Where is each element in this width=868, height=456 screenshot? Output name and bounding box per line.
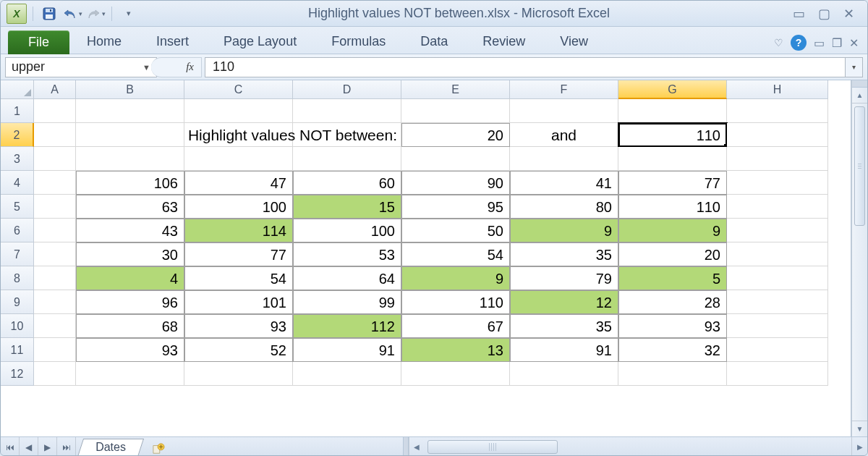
cell-F1[interactable] xyxy=(510,99,618,123)
cell-G9[interactable]: 28 xyxy=(618,290,727,314)
row-header-1[interactable]: 1 xyxy=(1,99,34,123)
cell-B10[interactable]: 68 xyxy=(76,314,184,338)
cell-G4[interactable]: 77 xyxy=(618,171,727,195)
row-header-7[interactable]: 7 xyxy=(1,242,34,266)
tab-formulas[interactable]: Formulas xyxy=(314,30,403,54)
cell-F2[interactable]: and xyxy=(510,123,618,147)
scroll-right-button[interactable]: ▶ xyxy=(851,437,867,456)
cell-A2[interactable] xyxy=(34,123,76,147)
cell-C6[interactable]: 114 xyxy=(184,219,293,242)
cell-E12[interactable] xyxy=(401,362,510,386)
workbook-minimize[interactable]: ▭ xyxy=(814,36,825,50)
row-header-11[interactable]: 11 xyxy=(1,338,34,362)
cell-C3[interactable] xyxy=(184,147,293,171)
cell-F11[interactable]: 91 xyxy=(510,338,618,362)
select-all-corner[interactable] xyxy=(1,80,34,99)
cell-B9[interactable]: 96 xyxy=(76,290,184,314)
cell-H12[interactable] xyxy=(727,362,828,386)
tab-home[interactable]: Home xyxy=(69,30,139,54)
tab-page-layout[interactable]: Page Layout xyxy=(206,30,314,54)
column-header-B[interactable]: B xyxy=(76,80,184,99)
cell-E7[interactable]: 54 xyxy=(401,242,510,266)
cell-G6[interactable]: 9 xyxy=(618,219,727,242)
hscroll-thumb[interactable] xyxy=(427,440,558,454)
row-header-8[interactable]: 8 xyxy=(1,266,34,290)
cell-G11[interactable]: 32 xyxy=(618,338,727,362)
cell-B5[interactable]: 63 xyxy=(76,195,184,219)
tab-view[interactable]: View xyxy=(542,30,605,54)
insert-function-button[interactable]: fx xyxy=(151,57,202,77)
ribbon-customize-icon[interactable]: ♡ xyxy=(774,37,783,48)
cell-H7[interactable] xyxy=(727,242,828,266)
split-handle-top[interactable] xyxy=(852,80,867,88)
cell-F12[interactable] xyxy=(510,362,618,386)
undo-button[interactable]: ▾ xyxy=(62,5,82,22)
scroll-left-button[interactable]: ◀ xyxy=(409,437,425,456)
cell-G7[interactable]: 20 xyxy=(618,242,727,266)
cell-A7[interactable] xyxy=(34,242,76,266)
cell-A4[interactable] xyxy=(34,171,76,195)
cell-D6[interactable]: 100 xyxy=(293,219,401,242)
cell-G12[interactable] xyxy=(618,362,727,386)
cell-E5[interactable]: 95 xyxy=(401,195,510,219)
cell-E4[interactable]: 90 xyxy=(401,171,510,195)
cell-C11[interactable]: 52 xyxy=(184,338,293,362)
cell-H1[interactable] xyxy=(727,99,828,123)
cell-D5[interactable]: 15 xyxy=(293,195,401,219)
row-header-12[interactable]: 12 xyxy=(1,362,34,386)
cell-H9[interactable] xyxy=(727,290,828,314)
cell-G8[interactable]: 5 xyxy=(618,266,727,290)
tab-data[interactable]: Data xyxy=(403,30,465,54)
cell-C9[interactable]: 101 xyxy=(184,290,293,314)
cell-H2[interactable] xyxy=(727,123,828,147)
cell-D7[interactable]: 53 xyxy=(293,242,401,266)
tab-insert[interactable]: Insert xyxy=(139,30,206,54)
column-header-C[interactable]: C xyxy=(184,80,293,99)
new-sheet-button[interactable] xyxy=(145,440,171,456)
maximize-button[interactable]: ▢ xyxy=(818,6,830,22)
row-header-10[interactable]: 10 xyxy=(1,314,34,338)
hscroll-split-handle[interactable] xyxy=(403,437,409,456)
scroll-down-button[interactable]: ▼ xyxy=(852,421,867,436)
cell-H4[interactable] xyxy=(727,171,828,195)
cell-F6[interactable]: 9 xyxy=(510,219,618,242)
cell-E3[interactable] xyxy=(401,147,510,171)
cell-C12[interactable] xyxy=(184,362,293,386)
cell-D11[interactable]: 91 xyxy=(293,338,401,362)
sheet-tab-active[interactable]: Dates xyxy=(77,439,144,456)
app-icon[interactable]: X xyxy=(7,5,27,22)
cell-D4[interactable]: 60 xyxy=(293,171,401,195)
cell-C7[interactable]: 77 xyxy=(184,242,293,266)
cell-D9[interactable]: 99 xyxy=(293,290,401,314)
formula-bar-expand[interactable]: ▾ xyxy=(846,57,863,77)
redo-button[interactable]: ▾ xyxy=(85,5,106,22)
cell-E6[interactable]: 50 xyxy=(401,219,510,242)
cell-E2[interactable]: 20 xyxy=(401,123,510,147)
horizontal-scrollbar[interactable]: ◀ ▶ xyxy=(409,437,867,456)
cell-C4[interactable]: 47 xyxy=(184,171,293,195)
cell-C5[interactable]: 100 xyxy=(184,195,293,219)
cell-C2[interactable] xyxy=(184,123,293,147)
cell-A9[interactable] xyxy=(34,290,76,314)
cell-B12[interactable] xyxy=(76,362,184,386)
row-header-5[interactable]: 5 xyxy=(1,195,34,219)
cell-A3[interactable] xyxy=(34,147,76,171)
cell-A10[interactable] xyxy=(34,314,76,338)
row-header-4[interactable]: 4 xyxy=(1,171,34,195)
sheet-nav-next[interactable]: ▶ xyxy=(38,437,57,456)
vscroll-track[interactable] xyxy=(852,104,867,421)
cell-F8[interactable]: 79 xyxy=(510,266,618,290)
cell-B4[interactable]: 106 xyxy=(76,171,184,195)
cell-B6[interactable]: 43 xyxy=(76,219,184,242)
scroll-up-button[interactable]: ▲ xyxy=(852,88,867,104)
tab-review[interactable]: Review xyxy=(465,30,542,54)
row-header-6[interactable]: 6 xyxy=(1,219,34,242)
name-box[interactable]: upper ▼ xyxy=(5,57,157,77)
cell-E9[interactable]: 110 xyxy=(401,290,510,314)
cell-F10[interactable]: 35 xyxy=(510,314,618,338)
cell-B3[interactable] xyxy=(76,147,184,171)
cell-F4[interactable]: 41 xyxy=(510,171,618,195)
row-header-9[interactable]: 9 xyxy=(1,290,34,314)
cell-G1[interactable] xyxy=(618,99,727,123)
hscroll-track[interactable] xyxy=(425,437,851,456)
